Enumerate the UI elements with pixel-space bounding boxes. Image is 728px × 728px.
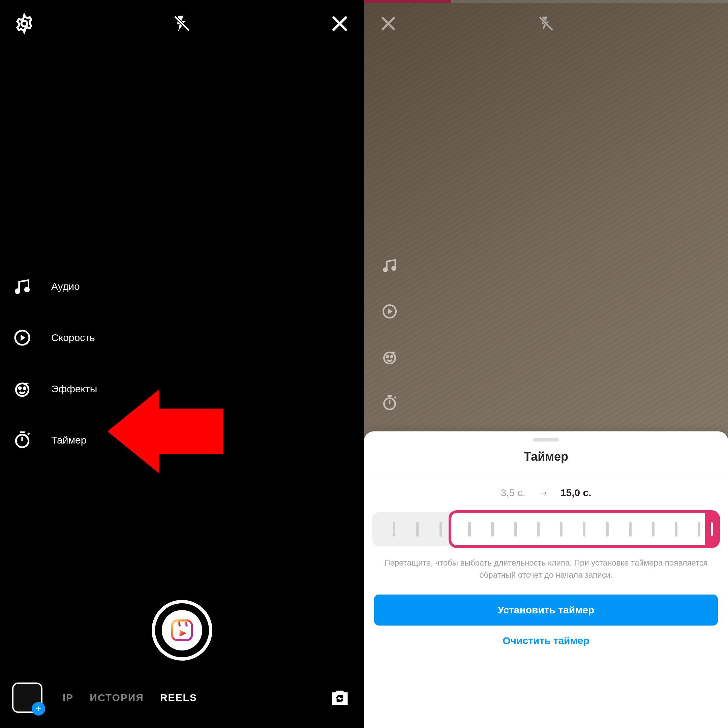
svg-line-36 (395, 397, 396, 398)
top-bar-right (364, 0, 728, 47)
side-tools: Аудио Скорость Эффекты (12, 276, 97, 450)
duration-slider[interactable] (372, 512, 720, 546)
svg-point-5 (15, 289, 20, 293)
svg-marker-16 (106, 388, 224, 475)
close-button[interactable] (327, 11, 352, 36)
mode-tab-story[interactable]: ИСТОРИЯ (90, 692, 144, 704)
speed-icon (13, 328, 32, 347)
mode-tab-reels[interactable]: REELS (160, 692, 197, 704)
clear-timer-button[interactable]: Очистить таймер (364, 635, 728, 647)
timer-icon (13, 431, 32, 450)
svg-rect-17 (172, 621, 192, 640)
tool-speed-label: Скорость (51, 332, 95, 343)
svg-point-10 (19, 387, 21, 389)
time-from: 3,5 с. (500, 487, 525, 499)
sheet-help-text: Перетащите, чтобы выбрать длительность к… (378, 557, 714, 581)
effects-icon (13, 379, 32, 398)
top-bar (0, 0, 364, 47)
tool-timer[interactable]: Таймер (12, 430, 97, 450)
plus-icon: + (32, 702, 45, 716)
flash-off-icon (173, 14, 191, 33)
tool-effects-label: Эффекты (51, 383, 97, 395)
flash-off-icon (538, 15, 554, 32)
flip-camera-button[interactable] (327, 685, 352, 710)
annotation-arrow (106, 378, 228, 485)
svg-point-6 (25, 288, 29, 292)
svg-point-0 (21, 21, 27, 26)
mode-tabs: ІР ИСТОРИЯ REELS (63, 692, 197, 704)
svg-marker-8 (21, 335, 25, 341)
slider-handle[interactable] (705, 511, 719, 548)
tool-audio[interactable] (380, 256, 399, 275)
timer-sheet-screen: Таймер 3,5 с. → 15,0 с. Перетащите, чтоб… (364, 0, 728, 728)
mode-tab-clip[interactable]: ІР (63, 692, 73, 704)
svg-point-31 (387, 356, 388, 357)
speed-icon (381, 303, 398, 320)
sheet-handle[interactable] (533, 438, 559, 442)
tool-timer[interactable] (380, 394, 399, 413)
bottom-bar: + ІР ИСТОРИЯ REELS (0, 667, 364, 728)
flash-button[interactable] (170, 11, 194, 36)
settings-button[interactable] (12, 11, 37, 36)
svg-point-26 (384, 268, 387, 271)
reels-camera-screen: Аудио Скорость Эффекты (0, 0, 364, 728)
svg-point-27 (392, 267, 395, 270)
svg-marker-29 (388, 309, 393, 315)
svg-marker-21 (180, 630, 187, 637)
side-tools-right (380, 256, 399, 413)
flip-camera-icon (329, 687, 350, 708)
music-icon (381, 257, 398, 274)
music-icon (13, 277, 32, 296)
flash-button[interactable] (534, 11, 558, 36)
tool-speed[interactable] (380, 302, 399, 321)
tool-effects[interactable] (380, 348, 399, 367)
close-button[interactable] (376, 11, 401, 36)
tool-audio[interactable]: Аудио (12, 276, 97, 297)
svg-line-15 (28, 433, 29, 435)
svg-point-11 (24, 387, 26, 389)
reels-icon (170, 618, 194, 642)
tool-effects[interactable]: Эффекты (12, 379, 97, 399)
sheet-title: Таймер (364, 450, 728, 474)
time-range-display: 3,5 с. → 15,0 с. (364, 486, 728, 499)
time-to: 15,0 с. (560, 487, 592, 499)
tool-audio-label: Аудио (51, 281, 80, 292)
gear-icon (14, 13, 35, 34)
tool-timer-label: Таймер (51, 434, 86, 446)
svg-point-9 (16, 384, 28, 396)
tool-speed[interactable]: Скорость (12, 327, 97, 348)
gallery-button[interactable]: + (12, 682, 43, 713)
timer-icon (381, 395, 398, 411)
close-icon (330, 14, 349, 33)
svg-point-32 (391, 356, 393, 357)
close-icon (380, 15, 397, 32)
effects-icon (381, 349, 398, 366)
timer-sheet: Таймер 3,5 с. → 15,0 с. Перетащите, чтоб… (364, 431, 728, 728)
capture-button[interactable] (151, 600, 213, 661)
arrow-right-icon: → (538, 486, 548, 499)
set-timer-button[interactable]: Установить таймер (374, 595, 718, 626)
capture-inner (162, 610, 202, 650)
ticks-selection[interactable] (449, 510, 720, 548)
